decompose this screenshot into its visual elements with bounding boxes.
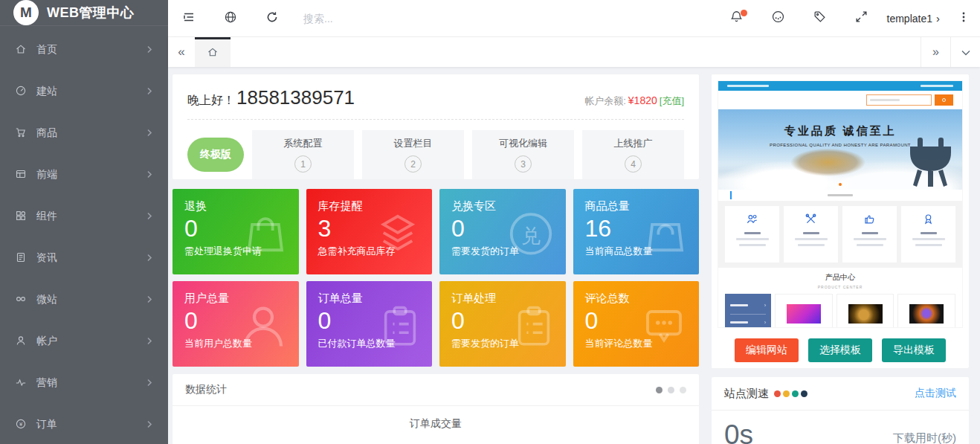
home-icon	[207, 46, 219, 61]
sidebar-item-frontend[interactable]: 前端	[0, 154, 168, 196]
step-system-config[interactable]: 系统配置 1	[252, 130, 354, 179]
tabs-menu-button[interactable]	[950, 37, 980, 67]
chevron-right-icon	[146, 294, 153, 306]
preview-search-placeholder-bar	[870, 99, 900, 101]
version-badge[interactable]: 终极版	[187, 138, 244, 172]
preview-product-card	[775, 294, 833, 328]
stat-card-exchange[interactable]: 兑换专区 0 需要发货的订单 兑	[439, 189, 566, 274]
stat-card-order-processing[interactable]: 订单处理 0 需要发货的订单	[439, 281, 566, 367]
export-template-button[interactable]: 导出模板	[882, 338, 946, 362]
clipboard-icon	[377, 301, 423, 353]
stat-card-total-comments[interactable]: 评论总数 0 当前评论总数量	[573, 281, 700, 367]
sidebar-item-news[interactable]: 资讯	[0, 237, 168, 279]
feature-text-bar	[736, 238, 769, 240]
step-visual-edit[interactable]: 可视化编辑 3	[472, 130, 574, 179]
sidebar-item-components[interactable]: 组件	[0, 196, 168, 237]
stat-card-total-orders[interactable]: 订单总量 0 已付款订单总数量	[306, 281, 433, 367]
preview-phone-text-bar	[921, 85, 953, 87]
speed-status-dots	[774, 390, 807, 397]
data-statistics-header: 数据统计	[173, 374, 699, 406]
speed-test-title: 站点测速	[724, 387, 769, 401]
balance-value: ¥1820	[628, 94, 657, 106]
choose-template-button[interactable]: 选择模板	[808, 338, 872, 362]
theme-button[interactable]	[758, 0, 799, 37]
tabs-scroll-left-button[interactable]: «	[168, 37, 195, 67]
sidebar-item-marketing[interactable]: 营销	[0, 362, 168, 404]
tabs-scroll-right-button[interactable]: »	[921, 37, 950, 67]
search-input[interactable]	[303, 13, 474, 25]
tab-home[interactable]	[195, 37, 231, 67]
recharge-link[interactable]: [充值]	[660, 94, 684, 108]
carousel-dot[interactable]	[680, 387, 686, 393]
data-statistics-title: 数据统计	[185, 383, 227, 396]
app-logo-row: M WEB管理中心	[0, 0, 168, 26]
theme-icon	[771, 10, 785, 27]
refresh-button[interactable]	[251, 0, 293, 37]
step-setup-columns[interactable]: 设置栏目 2	[362, 130, 464, 179]
sidebar-collapse-button[interactable]	[168, 0, 210, 37]
magnifier-icon	[942, 98, 946, 102]
content-area: 晚上好！ 18581389571 帐户余额: ¥1820 [充值] 终极版 系统…	[168, 67, 980, 444]
welcome-card: 晚上好！ 18581389571 帐户余额: ¥1820 [充值] 终极版 系统…	[173, 74, 699, 179]
stat-card-stock-alert[interactable]: 库存提醒 3 急需补充商品库存	[306, 189, 433, 274]
stat-card-total-products[interactable]: 商品总量 16 当前商品总数量	[573, 189, 700, 274]
components-icon	[15, 210, 27, 224]
feature-title-bar	[803, 232, 819, 234]
feature-text-bar	[915, 244, 942, 246]
stat-card-returns[interactable]: 退换 0 需处理退换货申请	[173, 189, 299, 274]
exchange-icon: 兑	[505, 207, 557, 263]
chevrons-left-icon: «	[178, 45, 184, 59]
tag-button[interactable]	[799, 0, 841, 37]
globe-icon	[224, 10, 237, 27]
sidebar-item-label: 组件	[36, 210, 137, 223]
main-area: template1 › « »	[168, 0, 980, 444]
cart-icon	[15, 126, 27, 141]
edit-site-button[interactable]: 编辑网站	[735, 338, 799, 362]
sidebar-item-home[interactable]: 首页	[0, 29, 168, 71]
speed-test-body: 0s 下载用时(秒)	[712, 411, 969, 444]
fullscreen-button[interactable]	[841, 0, 883, 37]
chart-title: 订单成交量	[173, 406, 699, 431]
template-switcher[interactable]: template1 ›	[887, 12, 940, 25]
sidebar-item-label: 商品	[36, 126, 137, 140]
product-image	[787, 304, 821, 324]
sidebar-item-label: 资讯	[36, 251, 137, 265]
sidebar-item-label: 营销	[36, 376, 137, 390]
feature-text-bar	[798, 244, 825, 246]
preview-product-card	[897, 294, 955, 328]
gauge-icon	[15, 85, 27, 99]
stat-card-total-users[interactable]: 用户总量 0 当前用户总数量	[173, 281, 299, 367]
quick-actions-row: 终极版 系统配置 1 设置栏目 2 可视化编辑 3	[187, 130, 684, 179]
preview-blue-tick	[730, 191, 732, 199]
sidebar-item-site-builder[interactable]: 建站	[0, 71, 168, 112]
chevron-right-icon	[146, 419, 153, 431]
chevron-right-icon	[146, 169, 153, 181]
carousel-dot[interactable]	[668, 387, 674, 393]
step-label: 设置栏目	[394, 137, 433, 150]
speed-dot	[801, 390, 807, 397]
product-image	[909, 304, 944, 324]
speed-dot	[774, 390, 781, 397]
home-icon	[15, 43, 27, 57]
sidebar-item-account[interactable]: 帐户	[0, 321, 168, 362]
sidebar-item-microsite[interactable]: 微站	[0, 279, 168, 321]
feature-text-bar	[857, 244, 883, 246]
preview-features-row	[718, 201, 962, 268]
more-menu-button[interactable]	[947, 0, 980, 37]
product-image	[848, 304, 883, 324]
run-speed-test-link[interactable]: 点击测试	[915, 387, 956, 400]
step-go-live[interactable]: 上线推广 4	[582, 130, 684, 179]
chevron-right-icon: ›	[936, 12, 940, 25]
language-button[interactable]	[210, 0, 251, 37]
app-title: WEB管理中心	[47, 4, 135, 22]
sidebar-item-orders[interactable]: ¥ 订单	[0, 404, 168, 444]
menu-label-bar	[730, 321, 748, 324]
speed-dot	[792, 390, 799, 397]
top-toolbar: template1 ›	[168, 0, 980, 37]
app-logo: M	[13, 0, 39, 25]
notifications-button[interactable]	[716, 0, 758, 37]
carousel-dot-active[interactable]	[656, 387, 663, 393]
preview-menu-item: ›	[730, 297, 766, 315]
refresh-icon	[265, 10, 279, 27]
sidebar-item-products[interactable]: 商品	[0, 112, 168, 154]
